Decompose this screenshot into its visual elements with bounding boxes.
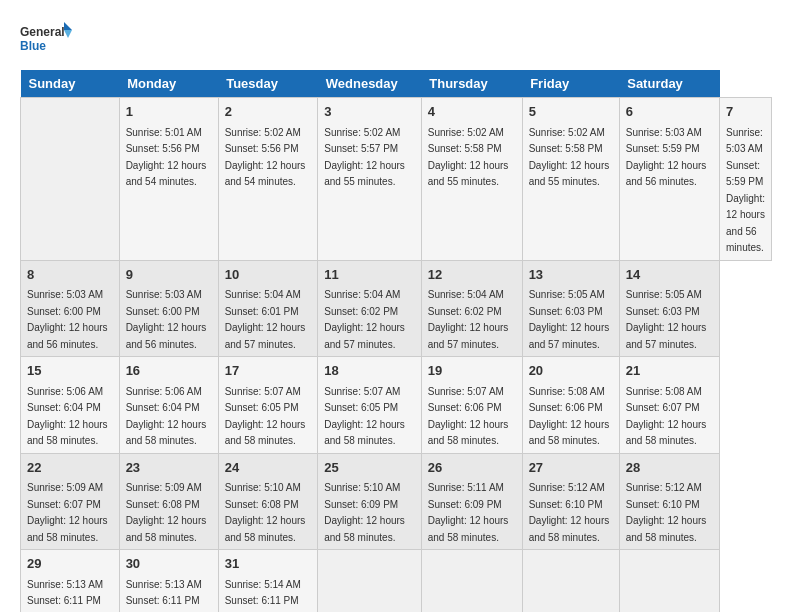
- sunrise-info: Sunrise: 5:02 AM: [324, 127, 400, 138]
- daylight-info: Daylight: 12 hours: [428, 515, 509, 526]
- day-number: 8: [27, 265, 113, 285]
- calendar-cell: 8 Sunrise: 5:03 AM Sunset: 6:00 PM Dayli…: [21, 260, 120, 357]
- daylight-minutes: and 55 minutes.: [529, 176, 600, 187]
- day-number: 6: [626, 102, 713, 122]
- daylight-info: Daylight: 12 hours: [428, 419, 509, 430]
- calendar-cell: 2 Sunrise: 5:02 AM Sunset: 5:56 PM Dayli…: [218, 98, 318, 261]
- sunset-info: Sunset: 6:09 PM: [324, 499, 398, 510]
- daylight-minutes: and 58 minutes.: [529, 435, 600, 446]
- day-number: 4: [428, 102, 516, 122]
- daylight-minutes: and 58 minutes.: [225, 532, 296, 543]
- day-number: 18: [324, 361, 415, 381]
- day-number: 29: [27, 554, 113, 574]
- sunset-info: Sunset: 6:08 PM: [126, 499, 200, 510]
- daylight-minutes: and 56 minutes.: [626, 176, 697, 187]
- daylight-info: Daylight: 12 hours: [626, 322, 707, 333]
- calendar-cell: 20 Sunrise: 5:08 AM Sunset: 6:06 PM Dayl…: [522, 357, 619, 454]
- header-row: SundayMondayTuesdayWednesdayThursdayFrid…: [21, 70, 772, 98]
- daylight-minutes: and 55 minutes.: [428, 176, 499, 187]
- daylight-info: Daylight: 12 hours: [626, 419, 707, 430]
- daylight-minutes: and 58 minutes.: [428, 532, 499, 543]
- calendar-cell: 4 Sunrise: 5:02 AM Sunset: 5:58 PM Dayli…: [421, 98, 522, 261]
- daylight-minutes: and 56 minutes.: [27, 339, 98, 350]
- sunset-info: Sunset: 6:07 PM: [27, 499, 101, 510]
- calendar-cell: 18 Sunrise: 5:07 AM Sunset: 6:05 PM Dayl…: [318, 357, 422, 454]
- calendar-cell: 3 Sunrise: 5:02 AM Sunset: 5:57 PM Dayli…: [318, 98, 422, 261]
- daylight-minutes: and 58 minutes.: [529, 532, 600, 543]
- sunrise-info: Sunrise: 5:01 AM: [126, 127, 202, 138]
- sunset-info: Sunset: 6:02 PM: [428, 306, 502, 317]
- day-number: 13: [529, 265, 613, 285]
- calendar-header: SundayMondayTuesdayWednesdayThursdayFrid…: [21, 70, 772, 98]
- sunrise-info: Sunrise: 5:04 AM: [225, 289, 301, 300]
- daylight-minutes: and 56 minutes.: [126, 339, 197, 350]
- sunset-info: Sunset: 6:00 PM: [27, 306, 101, 317]
- daylight-minutes: and 58 minutes.: [126, 532, 197, 543]
- day-number: 3: [324, 102, 415, 122]
- calendar-week-row: 8 Sunrise: 5:03 AM Sunset: 6:00 PM Dayli…: [21, 260, 772, 357]
- daylight-minutes: and 57 minutes.: [529, 339, 600, 350]
- sunset-info: Sunset: 6:06 PM: [428, 402, 502, 413]
- daylight-info: Daylight: 12 hours: [529, 515, 610, 526]
- sunset-info: Sunset: 6:03 PM: [529, 306, 603, 317]
- sunset-info: Sunset: 5:58 PM: [529, 143, 603, 154]
- weekday-header: Friday: [522, 70, 619, 98]
- calendar-cell: [21, 98, 120, 261]
- weekday-header: Tuesday: [218, 70, 318, 98]
- sunrise-info: Sunrise: 5:02 AM: [529, 127, 605, 138]
- daylight-info: Daylight: 12 hours: [225, 515, 306, 526]
- sunrise-info: Sunrise: 5:09 AM: [27, 482, 103, 493]
- daylight-info: Daylight: 12 hours: [726, 193, 765, 221]
- daylight-info: Daylight: 12 hours: [529, 322, 610, 333]
- calendar-cell: [522, 550, 619, 613]
- calendar-cell: 11 Sunrise: 5:04 AM Sunset: 6:02 PM Dayl…: [318, 260, 422, 357]
- calendar-week-row: 1 Sunrise: 5:01 AM Sunset: 5:56 PM Dayli…: [21, 98, 772, 261]
- sunset-info: Sunset: 6:05 PM: [324, 402, 398, 413]
- daylight-minutes: and 57 minutes.: [225, 339, 296, 350]
- day-number: 17: [225, 361, 312, 381]
- calendar-cell: 27 Sunrise: 5:12 AM Sunset: 6:10 PM Dayl…: [522, 453, 619, 550]
- sunrise-info: Sunrise: 5:13 AM: [27, 579, 103, 590]
- daylight-minutes: and 58 minutes.: [126, 435, 197, 446]
- calendar-cell: 30 Sunrise: 5:13 AM Sunset: 6:11 PM Dayl…: [119, 550, 218, 613]
- calendar-week-row: 15 Sunrise: 5:06 AM Sunset: 6:04 PM Dayl…: [21, 357, 772, 454]
- daylight-info: Daylight: 12 hours: [324, 419, 405, 430]
- day-number: 10: [225, 265, 312, 285]
- day-number: 24: [225, 458, 312, 478]
- sunrise-info: Sunrise: 5:03 AM: [27, 289, 103, 300]
- daylight-info: Daylight: 12 hours: [126, 419, 207, 430]
- day-number: 20: [529, 361, 613, 381]
- daylight-info: Daylight: 12 hours: [27, 322, 108, 333]
- daylight-info: Daylight: 12 hours: [225, 160, 306, 171]
- sunset-info: Sunset: 6:11 PM: [126, 595, 200, 606]
- day-number: 7: [726, 102, 765, 122]
- sunset-info: Sunset: 6:03 PM: [626, 306, 700, 317]
- sunset-info: Sunset: 5:56 PM: [225, 143, 299, 154]
- calendar-cell: 25 Sunrise: 5:10 AM Sunset: 6:09 PM Dayl…: [318, 453, 422, 550]
- sunrise-info: Sunrise: 5:06 AM: [27, 386, 103, 397]
- calendar-cell: 21 Sunrise: 5:08 AM Sunset: 6:07 PM Dayl…: [619, 357, 719, 454]
- sunrise-info: Sunrise: 5:12 AM: [529, 482, 605, 493]
- sunrise-info: Sunrise: 5:07 AM: [225, 386, 301, 397]
- calendar-cell: 14 Sunrise: 5:05 AM Sunset: 6:03 PM Dayl…: [619, 260, 719, 357]
- daylight-minutes: and 57 minutes.: [324, 339, 395, 350]
- calendar-cell: 13 Sunrise: 5:05 AM Sunset: 6:03 PM Dayl…: [522, 260, 619, 357]
- sunrise-info: Sunrise: 5:02 AM: [428, 127, 504, 138]
- day-number: 25: [324, 458, 415, 478]
- sunrise-info: Sunrise: 5:07 AM: [428, 386, 504, 397]
- day-number: 22: [27, 458, 113, 478]
- sunrise-info: Sunrise: 5:07 AM: [324, 386, 400, 397]
- daylight-minutes: and 58 minutes.: [324, 435, 395, 446]
- daylight-info: Daylight: 12 hours: [225, 419, 306, 430]
- day-number: 27: [529, 458, 613, 478]
- weekday-header: Saturday: [619, 70, 719, 98]
- calendar-cell: 19 Sunrise: 5:07 AM Sunset: 6:06 PM Dayl…: [421, 357, 522, 454]
- calendar-cell: 10 Sunrise: 5:04 AM Sunset: 6:01 PM Dayl…: [218, 260, 318, 357]
- sunrise-info: Sunrise: 5:08 AM: [626, 386, 702, 397]
- sunset-info: Sunset: 6:05 PM: [225, 402, 299, 413]
- daylight-info: Daylight: 12 hours: [126, 322, 207, 333]
- calendar-cell: 9 Sunrise: 5:03 AM Sunset: 6:00 PM Dayli…: [119, 260, 218, 357]
- logo: General Blue: [20, 20, 75, 60]
- daylight-info: Daylight: 12 hours: [529, 419, 610, 430]
- sunrise-info: Sunrise: 5:08 AM: [529, 386, 605, 397]
